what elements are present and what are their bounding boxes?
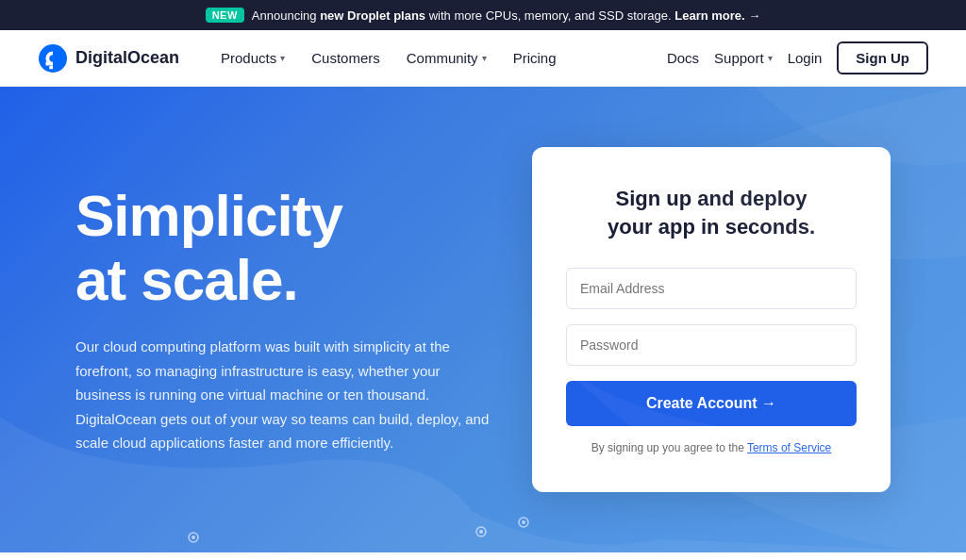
svg-point-4	[192, 535, 195, 539]
nav-login[interactable]: Login	[788, 50, 823, 66]
nav-support[interactable]: Support ▾	[714, 50, 773, 66]
hero-title: Simplicityat scale.	[75, 184, 494, 312]
signup-button[interactable]: Sign Up	[837, 41, 928, 74]
hero-left-content: Simplicityat scale. Our cloud computing …	[75, 184, 532, 455]
svg-point-8	[522, 520, 525, 524]
nav-community[interactable]: Community ▾	[395, 42, 498, 74]
nav-links: Products ▾ Customers Community ▾ Pricing	[209, 42, 667, 74]
password-field-group	[566, 324, 857, 366]
create-account-button[interactable]: Create Account →	[566, 381, 857, 426]
new-badge: NEW	[206, 8, 244, 23]
svg-point-5	[476, 527, 486, 536]
announcement-bar: NEW Announcing new Droplet plans with mo…	[0, 0, 966, 30]
terms-text: By signing up you agree to the Terms of …	[566, 441, 857, 454]
community-chevron-icon: ▾	[482, 53, 487, 63]
products-chevron-icon: ▾	[280, 53, 285, 63]
svg-rect-1	[49, 65, 53, 69]
announcement-text: Announcing new Droplet plans with more C…	[252, 8, 760, 23]
terms-of-service-link[interactable]: Terms of Service	[747, 441, 831, 454]
navbar: DigitalOcean Products ▾ Customers Commun…	[0, 30, 966, 87]
announcement-after: with more CPUs, memory, and SSD storage.	[429, 8, 675, 23]
svg-point-6	[479, 530, 483, 534]
nav-products[interactable]: Products ▾	[209, 42, 296, 74]
support-chevron-icon: ▾	[768, 53, 773, 63]
email-field-group	[566, 268, 857, 309]
nav-right: Docs Support ▾ Login Sign Up	[667, 41, 928, 74]
password-input[interactable]	[566, 324, 857, 366]
svg-point-7	[519, 518, 528, 527]
learn-more-link[interactable]: Learn more. →	[675, 8, 760, 23]
nav-docs[interactable]: Docs	[667, 50, 699, 66]
svg-rect-2	[46, 61, 50, 65]
nav-customers[interactable]: Customers	[300, 42, 391, 74]
email-input[interactable]	[566, 268, 857, 309]
logo-icon	[38, 43, 68, 74]
logo[interactable]: DigitalOcean	[38, 43, 179, 74]
hero-description: Our cloud computing platform was built w…	[75, 335, 491, 455]
announcement-bold: new Droplet plans	[320, 8, 425, 23]
signup-card-title: Sign up and deployyour app in seconds.	[566, 185, 857, 240]
signup-card: Sign up and deployyour app in seconds. C…	[532, 147, 891, 491]
nav-pricing[interactable]: Pricing	[502, 42, 568, 74]
hero-section: Simplicityat scale. Our cloud computing …	[0, 87, 966, 552]
svg-point-3	[189, 533, 198, 542]
logo-text: DigitalOcean	[75, 48, 179, 68]
